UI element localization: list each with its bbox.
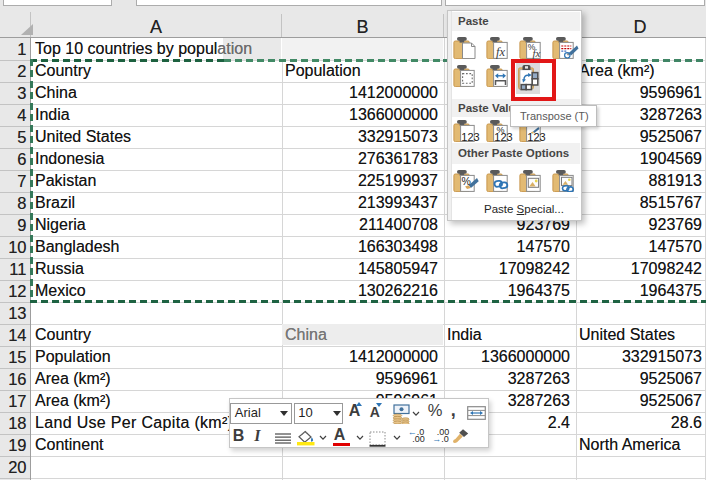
svg-text:123: 123 <box>527 131 545 142</box>
svg-text:123: 123 <box>461 131 479 142</box>
svg-text:fx: fx <box>533 47 541 59</box>
svg-text:fx: fx <box>496 45 505 59</box>
svg-text:123: 123 <box>494 131 512 142</box>
